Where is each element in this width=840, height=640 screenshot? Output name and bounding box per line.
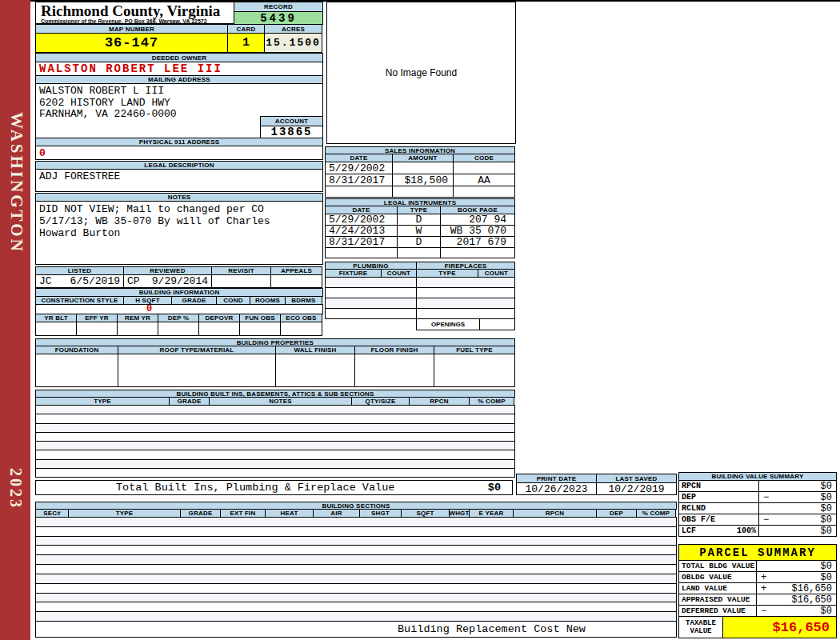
- yrblt-value: [35, 322, 77, 336]
- total-built-ins-value: $0: [488, 482, 501, 494]
- empty-row: [36, 565, 676, 574]
- sales-code: [453, 186, 515, 198]
- parcel-value: $16,650: [792, 583, 832, 594]
- note-line: 5/17/13; WB 35-070 By will of Charles: [36, 215, 322, 227]
- sales-information-section: SALES INFORMATION DATE AMOUNT CODE 5/29/…: [325, 146, 515, 198]
- bvs-label-cell: LCF 100%: [678, 525, 759, 537]
- bvs-value: $0: [821, 503, 832, 514]
- bvs-value: $0: [821, 492, 832, 503]
- built-ins-rows: [35, 405, 515, 478]
- deeded-owner-value: WALSTON ROBERT LEE III: [35, 62, 323, 76]
- sales-amount: [392, 186, 454, 198]
- sales-date: 8/31/2017: [325, 174, 393, 186]
- empty-row: [36, 424, 514, 433]
- fuel-type-value: [434, 354, 515, 387]
- li-date: 8/31/2017: [325, 236, 398, 248]
- listed-by: JC: [39, 275, 52, 287]
- empty-row: [417, 278, 514, 288]
- bvs-label: RCLND: [682, 504, 706, 513]
- sales-row: 8/31/2017 $18,500 AA: [325, 174, 515, 186]
- parcel-label: DEFERRED VALUE: [678, 605, 757, 617]
- floor-finish-value: [354, 354, 434, 387]
- bvs-value-cell: − $0: [758, 514, 837, 526]
- bvs-value-cell: $0: [758, 480, 837, 492]
- empty-row: [417, 288, 514, 298]
- bvs-label-cell: OBS F/E: [678, 514, 759, 526]
- account-box: ACCOUNT 13865: [260, 116, 323, 138]
- building-sections-rows: [35, 517, 677, 622]
- parcel-row: APPRAISED VALUE $16,650: [678, 594, 837, 606]
- bvs-op: −: [763, 492, 769, 503]
- sales-row: [325, 186, 515, 198]
- fireplaces-section: FIREPLACES TYPE COUNT OPENINGS: [416, 262, 515, 332]
- li-date: 5/29/2002: [325, 214, 398, 226]
- legal-description-section: LEGAL DESCRIPTION ADJ FORESTREE: [35, 161, 323, 193]
- total-built-ins-label: Total Built Ins, Plumbing & Fireplace Va…: [116, 482, 394, 494]
- parcel-op: +: [761, 572, 766, 583]
- li-bookpage: 207 94: [440, 214, 515, 226]
- empty-row: [326, 298, 416, 309]
- banner-county-text: WASHINGTON: [6, 112, 26, 254]
- sales-amount: [392, 162, 454, 174]
- building-information-values-row1: 0: [35, 304, 323, 314]
- empty-row: [36, 518, 676, 527]
- total-built-ins-row: Total Built Ins, Plumbing & Fireplace Va…: [35, 480, 513, 495]
- bvs-op: −: [763, 514, 769, 526]
- taxable-label: TAXABLE VALUE: [678, 616, 723, 638]
- bvs-label: OBS F/E: [682, 515, 715, 524]
- bvs-row: RCLND $0: [678, 502, 837, 514]
- deeded-owner-section: DEEDED OWNER WALSTON ROBERT LEE III: [35, 53, 323, 76]
- physical-address-value: 0: [35, 146, 323, 160]
- sales-row: 5/29/2002: [325, 162, 515, 174]
- last-saved-value: 10/2/2019: [596, 482, 677, 495]
- li-bookpage: WB 35 070: [440, 225, 515, 237]
- record-box: RECORD 5439: [234, 2, 323, 25]
- effyr-value: [76, 322, 118, 336]
- note-line: Howard Burton: [36, 227, 322, 239]
- building-value-summary: BUILDING VALUE SUMMARY RPCN $0 DEP − $0 …: [678, 472, 837, 537]
- bvs-row: OBS F/E − $0: [678, 514, 837, 526]
- fireplaces-rows: [416, 277, 515, 319]
- building-sections-footer: Building Replacement Cost New: [35, 621, 677, 638]
- bvs-label: LCF: [682, 526, 696, 535]
- parcel-summary: PARCEL SUMMARY TOTAL BLDG VALUE $0 OBLDG…: [678, 544, 837, 638]
- roof-value: [118, 354, 276, 387]
- li-type: D: [397, 236, 441, 248]
- li-type: W: [397, 225, 441, 237]
- left-red-banner: WASHINGTON 2023: [0, 0, 30, 640]
- bvs-label: DEP: [682, 493, 696, 502]
- li-type: D: [397, 214, 441, 226]
- empty-row: [36, 574, 676, 584]
- li-date: 4/24/2013: [325, 225, 398, 237]
- parcel-row: TOTAL BLDG VALUE $0: [678, 560, 837, 572]
- empty-row: [36, 594, 676, 603]
- sales-code: [453, 162, 515, 174]
- note-line: DID NOT VIEW; Mail to changed per CO: [36, 203, 322, 215]
- li-type: [397, 247, 441, 258]
- bvs-value-cell: $0: [758, 525, 837, 537]
- parcel-op: −: [761, 606, 766, 617]
- mailing-line: 6202 HISTORY LAND HWY: [36, 98, 322, 110]
- bvs-label-cell: RCLND: [678, 502, 759, 514]
- parcel-op: +: [761, 583, 766, 594]
- bvs-value: $0: [821, 526, 832, 537]
- parcel-value-cell: $0: [756, 560, 837, 572]
- bvs-value: $0: [821, 514, 832, 526]
- print-date-value: 10/26/2023: [516, 482, 597, 495]
- empty-row: [417, 298, 514, 309]
- empty-row: [36, 555, 676, 565]
- bvs-value-cell: − $0: [758, 491, 837, 503]
- parcel-row: DEFERRED VALUE − $0: [678, 605, 837, 617]
- appeals-value: [270, 274, 322, 288]
- openings-value: [479, 318, 515, 330]
- revisit-value: [211, 274, 271, 288]
- banner-year-text: 2023: [6, 468, 25, 510]
- parcel-label: OBLDG VALUE: [678, 571, 757, 583]
- listed-value: JC 6/5/2019: [35, 274, 124, 288]
- remyr-value: [117, 322, 158, 336]
- empty-row: [326, 309, 416, 318]
- reviewed-value: CP 9/29/2014: [123, 274, 212, 288]
- bvs-row: RPCN $0: [678, 480, 837, 492]
- empty-row: [36, 460, 514, 469]
- parcel-row: OBLDG VALUE + $0: [678, 571, 837, 583]
